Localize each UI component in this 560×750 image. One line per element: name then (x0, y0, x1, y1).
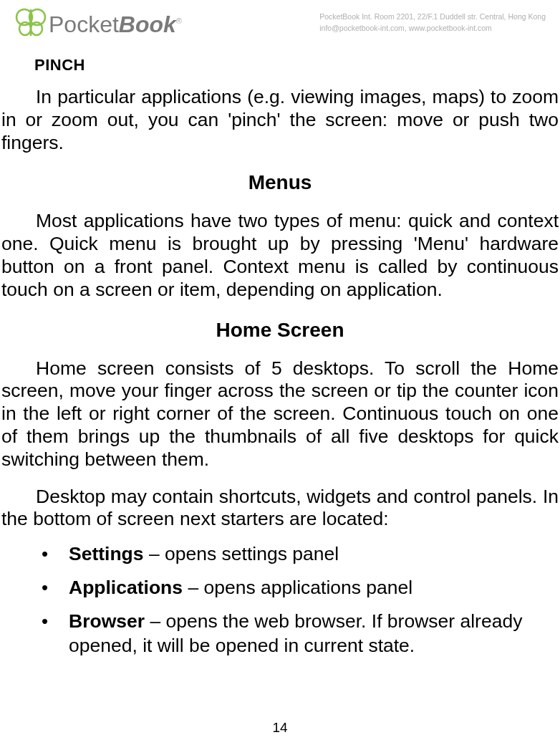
section-title-pinch: PINCH (34, 56, 560, 74)
butterfly-icon (14, 7, 49, 42)
bullet-term: Browser (69, 610, 145, 632)
page-header: PocketBook® PocketBook Int. Room 2201, 2… (0, 0, 560, 42)
home-paragraph-1: Home screen consists of 5 desktops. To s… (0, 357, 560, 471)
section-title-home: Home Screen (0, 319, 560, 342)
home-paragraph-2: Desktop may contain shortcuts, widgets a… (0, 486, 560, 532)
page-content: PINCH In particular applications (e.g. v… (0, 42, 560, 658)
menus-paragraph: Most applications have two types of menu… (0, 210, 560, 301)
company-contact: info@pocketbook-int.com, www.pocketbook-… (319, 23, 546, 34)
list-item: Browser – opens the web browser. If brow… (42, 610, 560, 657)
logo-text: PocketBook® (49, 11, 182, 38)
logo-word-2: Book (119, 11, 176, 37)
pinch-paragraph: In particular applications (e.g. viewing… (0, 86, 560, 154)
page-number: 14 (0, 720, 560, 736)
company-address: PocketBook Int. Room 2201, 22/F.1 Duddel… (319, 11, 546, 23)
list-item: Settings – opens settings panel (42, 542, 560, 566)
bullet-desc: – opens applications panel (183, 577, 412, 598)
bullet-desc: – opens settings panel (144, 543, 339, 564)
logo-word-1: Pocket (49, 11, 119, 37)
section-title-menus: Menus (0, 171, 560, 194)
list-item: Applications – opens applications panel (42, 576, 560, 600)
bullet-term: Settings (69, 543, 144, 564)
logo-registered: ® (176, 16, 182, 25)
starters-list: Settings – opens settings panel Applicat… (0, 542, 560, 658)
bullet-term: Applications (69, 577, 183, 598)
logo: PocketBook® (14, 7, 182, 42)
company-info: PocketBook Int. Room 2201, 22/F.1 Duddel… (319, 7, 546, 34)
